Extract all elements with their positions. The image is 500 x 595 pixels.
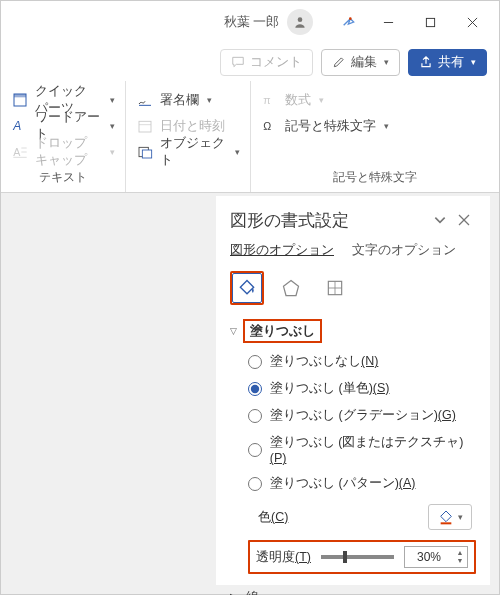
maximize-button[interactable] bbox=[411, 4, 449, 40]
person-icon bbox=[293, 15, 307, 29]
radio-pattern-fill[interactable]: 塗りつぶし (パターン)(A) bbox=[248, 475, 476, 492]
svg-text:A: A bbox=[13, 146, 21, 158]
comment-icon bbox=[231, 55, 245, 69]
fill-line-tab[interactable] bbox=[230, 271, 264, 305]
svg-marker-22 bbox=[284, 281, 299, 296]
transparency-row: 透明度(T) 30% ▲▼ bbox=[248, 540, 476, 574]
spinner-down-icon: ▼ bbox=[457, 557, 464, 565]
collapse-button[interactable] bbox=[428, 208, 452, 232]
ribbon-group-insert: 署名欄▾ 日付と時刻 オブジェクト▾ bbox=[126, 81, 251, 192]
color-row: 色(C) ▾ bbox=[258, 504, 476, 530]
titlebar: 秋葉 一郎 bbox=[1, 1, 499, 43]
radio-solid-fill[interactable]: 塗りつぶし (単色)(S) bbox=[248, 380, 476, 397]
effects-tab[interactable] bbox=[274, 271, 308, 305]
transparency-slider[interactable] bbox=[321, 555, 394, 559]
signature-icon bbox=[136, 91, 154, 109]
tab-text-options[interactable]: 文字のオプション bbox=[352, 242, 456, 259]
share-button[interactable]: 共有 ▾ bbox=[408, 49, 487, 76]
quick-parts-icon bbox=[11, 91, 29, 109]
ribbon-group-text: クイック パーツ▾ A ワードアート▾ A ドロップ キャップ▾ テキスト bbox=[1, 81, 126, 192]
equation-icon: π bbox=[261, 91, 279, 109]
property-tabs bbox=[230, 271, 476, 305]
edit-button[interactable]: 編集 ▾ bbox=[321, 49, 400, 76]
chevron-down-icon: ▾ bbox=[384, 57, 389, 67]
equation-button: π 数式▾ bbox=[261, 87, 489, 113]
comment-button[interactable]: コメント bbox=[220, 49, 313, 76]
ribbon-group-symbols: π 数式▾ Ω 記号と特殊文字▾ 記号と特殊文字 bbox=[251, 81, 499, 192]
transparency-label: 透明度(T) bbox=[256, 549, 311, 566]
tab-shape-options[interactable]: 図形のオプション bbox=[230, 242, 334, 259]
ribbon: クイック パーツ▾ A ワードアート▾ A ドロップ キャップ▾ テキスト 署名… bbox=[1, 81, 499, 193]
size-icon bbox=[325, 278, 345, 298]
svg-text:π: π bbox=[263, 94, 270, 106]
dropcap-button: A ドロップ キャップ▾ bbox=[11, 139, 115, 165]
svg-rect-3 bbox=[426, 18, 434, 26]
paint-bucket-icon bbox=[237, 278, 257, 298]
pentagon-icon bbox=[281, 278, 301, 298]
avatar[interactable] bbox=[287, 9, 313, 35]
pane-subtabs: 図形のオプション 文字のオプション bbox=[230, 242, 476, 259]
svg-rect-17 bbox=[142, 150, 151, 158]
format-shape-pane: 図形の書式設定 図形のオプション 文字のオプション ▽ 塗りつぶし 塗りつぶしな… bbox=[216, 196, 490, 585]
signature-button[interactable]: 署名欄▾ bbox=[136, 87, 240, 113]
svg-rect-26 bbox=[440, 522, 451, 524]
spinner-up-icon: ▲ bbox=[457, 549, 464, 557]
line-section-header[interactable]: ▷ 線 bbox=[230, 588, 476, 595]
minimize-button[interactable] bbox=[369, 4, 407, 40]
close-pane-button[interactable] bbox=[452, 208, 476, 232]
svg-rect-7 bbox=[14, 94, 26, 97]
color-picker-button[interactable]: ▾ bbox=[428, 504, 472, 530]
share-icon bbox=[419, 55, 433, 69]
pane-title: 図形の書式設定 bbox=[230, 209, 428, 232]
symbol-button[interactable]: Ω 記号と特殊文字▾ bbox=[261, 113, 489, 139]
radio-no-fill[interactable]: 塗りつぶしなし(N) bbox=[248, 353, 476, 370]
transparency-spinner[interactable]: 30% ▲▼ bbox=[404, 546, 468, 568]
radio-picture-fill[interactable]: 塗りつぶし (図またはテクスチャ)(P) bbox=[248, 434, 476, 465]
paint-bucket-icon bbox=[438, 509, 454, 525]
quick-actions: コメント 編集 ▾ 共有 ▾ bbox=[1, 43, 499, 81]
diagnostic-icon[interactable] bbox=[329, 4, 365, 40]
color-label: 色(C) bbox=[258, 509, 288, 526]
svg-point-0 bbox=[298, 17, 303, 22]
fill-options: 塗りつぶしなし(N) 塗りつぶし (単色)(S) 塗りつぶし (グラデーション)… bbox=[248, 353, 476, 492]
wordart-icon: A bbox=[11, 117, 29, 135]
pencil-icon bbox=[332, 55, 346, 69]
dropcap-icon: A bbox=[11, 143, 29, 161]
close-button[interactable] bbox=[453, 4, 491, 40]
object-button[interactable]: オブジェクト▾ bbox=[136, 139, 240, 165]
fill-section-header[interactable]: ▽ 塗りつぶし bbox=[230, 319, 476, 343]
radio-gradient-fill[interactable]: 塗りつぶし (グラデーション)(G) bbox=[248, 407, 476, 424]
size-tab[interactable] bbox=[318, 271, 352, 305]
symbol-icon: Ω bbox=[261, 117, 279, 135]
username: 秋葉 一郎 bbox=[224, 14, 279, 31]
svg-rect-14 bbox=[139, 121, 151, 132]
object-icon bbox=[136, 143, 154, 161]
chevron-down-icon: ▾ bbox=[471, 57, 476, 67]
chevron-down-icon: ▾ bbox=[458, 512, 463, 522]
svg-text:Ω: Ω bbox=[263, 120, 271, 132]
svg-text:A: A bbox=[12, 119, 21, 133]
collapse-icon: ▷ bbox=[230, 590, 240, 596]
group-label: 記号と特殊文字 bbox=[261, 165, 489, 188]
fill-section: ▽ 塗りつぶし 塗りつぶしなし(N) 塗りつぶし (単色)(S) 塗りつぶし (… bbox=[230, 319, 476, 574]
expand-icon: ▽ bbox=[230, 326, 237, 336]
svg-point-1 bbox=[349, 17, 352, 20]
datetime-icon bbox=[136, 117, 154, 135]
